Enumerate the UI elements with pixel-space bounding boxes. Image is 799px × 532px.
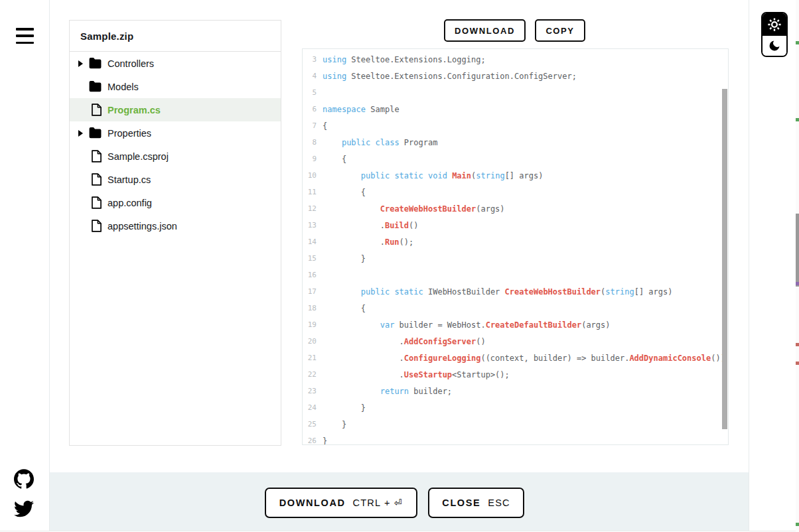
line-number: 21 bbox=[303, 354, 323, 362]
file-icon bbox=[92, 220, 102, 232]
tree-item-label: Models bbox=[108, 82, 139, 92]
line-number: 24 bbox=[303, 403, 323, 412]
dark-theme-button[interactable] bbox=[763, 36, 786, 56]
code-text: public static IWebHostBuilder CreateWebH… bbox=[323, 287, 672, 297]
code-line-11: 11 { bbox=[303, 184, 728, 200]
code-text: } bbox=[323, 436, 327, 446]
scrollbar-mark bbox=[796, 523, 799, 526]
hamburger-menu-icon[interactable] bbox=[16, 28, 34, 44]
folder-icon bbox=[88, 81, 102, 92]
folder-icon bbox=[88, 58, 102, 69]
code-text: CreateWebHostBuilder(args) bbox=[323, 204, 505, 214]
line-number: 4 bbox=[303, 72, 323, 80]
file-icon bbox=[92, 103, 102, 116]
code-line-25: 25 } bbox=[303, 416, 728, 432]
twitter-bird-icon bbox=[14, 499, 34, 519]
line-number: 12 bbox=[303, 204, 323, 213]
line-number: 16 bbox=[303, 271, 323, 279]
tree-item-program-cs[interactable]: Program.cs bbox=[70, 98, 281, 121]
scrollbar-mark bbox=[796, 282, 799, 285]
line-number: 26 bbox=[303, 436, 323, 445]
twitter-icon[interactable] bbox=[14, 499, 34, 519]
code-line-6: 6namespace Sample bbox=[303, 101, 728, 117]
tree-item-properties[interactable]: Properties bbox=[70, 121, 281, 145]
code-text: public class Program bbox=[323, 138, 437, 147]
code-line-13: 13 .Build() bbox=[303, 217, 728, 233]
close-shortcut-hint: ESC bbox=[488, 498, 510, 508]
github-octocat-icon bbox=[14, 469, 34, 489]
tree-item-controllers[interactable]: Controllers bbox=[70, 52, 281, 75]
line-number: 23 bbox=[303, 387, 323, 395]
line-number: 15 bbox=[303, 254, 323, 263]
code-text: return builder; bbox=[323, 387, 452, 396]
code-line-10: 10 public static void Main(string[] args… bbox=[303, 167, 728, 184]
line-number: 17 bbox=[303, 287, 323, 296]
tree-item-startup-cs[interactable]: Startup.cs bbox=[70, 168, 281, 191]
code-line-9: 9 { bbox=[303, 151, 728, 167]
scrollbar-mark bbox=[796, 362, 799, 365]
file-icon bbox=[92, 196, 102, 209]
code-line-4: 4using Steeltoe.Extensions.Configuration… bbox=[303, 68, 728, 84]
tree-item-appsettings-json[interactable]: appsettings.json bbox=[70, 214, 281, 237]
hamburger-bar bbox=[16, 28, 34, 31]
hamburger-bar bbox=[16, 34, 34, 37]
code-line-5: 5 bbox=[303, 84, 728, 101]
code-scrollbar-thumb[interactable] bbox=[722, 89, 727, 429]
line-number: 18 bbox=[303, 304, 323, 312]
code-text: .UseStartup<Startup>(); bbox=[323, 370, 510, 379]
expand-caret-icon[interactable] bbox=[78, 130, 83, 137]
line-number: 22 bbox=[303, 370, 323, 379]
line-number: 11 bbox=[303, 188, 323, 196]
tree-item-models[interactable]: Models bbox=[70, 75, 281, 98]
code-lines: 3using Steeltoe.Extensions.Logging;4usin… bbox=[303, 49, 728, 445]
code-line-23: 23 return builder; bbox=[303, 383, 728, 399]
light-theme-button[interactable] bbox=[763, 13, 786, 36]
download-button[interactable]: DOWNLOAD bbox=[444, 19, 526, 42]
line-number: 5 bbox=[303, 88, 323, 97]
code-line-18: 18 { bbox=[303, 300, 728, 316]
code-text: } bbox=[323, 420, 346, 429]
code-text: using Steeltoe.Extensions.Logging; bbox=[323, 55, 486, 64]
code-line-22: 22 .UseStartup<Startup>(); bbox=[303, 366, 728, 383]
line-number: 6 bbox=[303, 105, 323, 113]
download-confirm-button[interactable]: DOWNLOAD CTRL + ⏎ bbox=[265, 488, 417, 518]
modal-right-border bbox=[749, 0, 749, 531]
page-bottom-divider bbox=[0, 531, 799, 531]
code-line-8: 8 public class Program bbox=[303, 134, 728, 151]
copy-button[interactable]: COPY bbox=[535, 19, 585, 42]
code-text: .ConfigureLogging((context, builder) => … bbox=[323, 354, 725, 363]
line-number: 20 bbox=[303, 337, 323, 346]
line-number: 19 bbox=[303, 320, 323, 329]
tree-item-app-config[interactable]: app.config bbox=[70, 191, 281, 214]
moon-icon bbox=[768, 39, 781, 52]
file-icon bbox=[92, 173, 102, 186]
download-confirm-label: DOWNLOAD bbox=[279, 498, 346, 508]
tree-item-label: Properties bbox=[108, 128, 151, 139]
code-line-26: 26} bbox=[303, 432, 728, 445]
code-text: { bbox=[323, 121, 327, 131]
code-text: { bbox=[323, 304, 366, 313]
theme-toggle bbox=[761, 12, 788, 57]
github-icon[interactable] bbox=[14, 469, 34, 489]
code-text: .Run(); bbox=[323, 237, 413, 247]
code-text: .Build() bbox=[323, 221, 419, 230]
page-scrollbar[interactable] bbox=[796, 0, 799, 532]
line-number: 25 bbox=[303, 420, 323, 429]
code-text: public static void Main(string[] args) bbox=[323, 171, 543, 180]
tree-item-label: Startup.cs bbox=[108, 174, 151, 185]
scrollbar-mark bbox=[796, 118, 799, 121]
tree-item-sample-csproj[interactable]: Sample.csproj bbox=[70, 145, 281, 168]
line-number: 10 bbox=[303, 171, 323, 180]
expand-caret-icon[interactable] bbox=[78, 60, 83, 67]
code-text: } bbox=[323, 254, 366, 263]
close-button[interactable]: CLOSE ESC bbox=[428, 488, 524, 518]
modal-left-border bbox=[49, 0, 50, 531]
line-number: 7 bbox=[303, 121, 323, 130]
tree-item-label: Controllers bbox=[108, 58, 154, 69]
code-line-3: 3using Steeltoe.Extensions.Logging; bbox=[303, 51, 728, 68]
code-line-16: 16 bbox=[303, 267, 728, 283]
line-number: 8 bbox=[303, 138, 323, 147]
code-text: { bbox=[323, 155, 346, 164]
close-label: CLOSE bbox=[442, 498, 480, 508]
code-line-14: 14 .Run(); bbox=[303, 233, 728, 250]
